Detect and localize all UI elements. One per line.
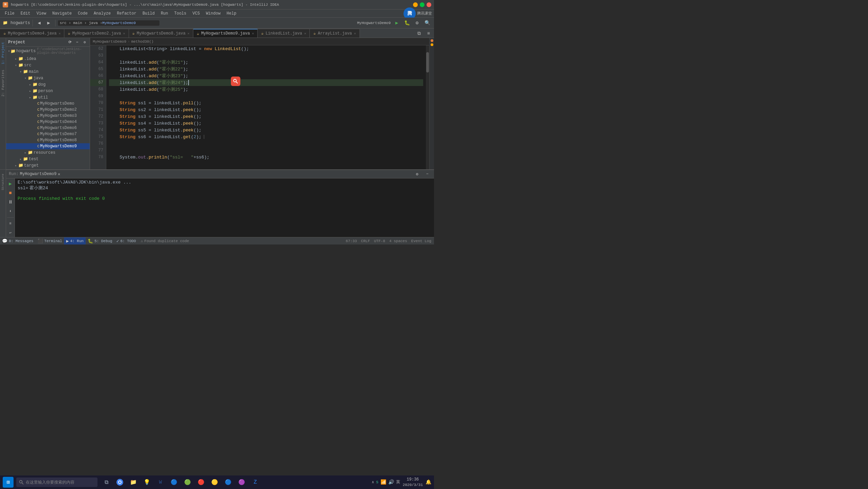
run-config-label[interactable]: MyHogwartsDemo9 xyxy=(20,172,57,176)
tree-item-target[interactable]: ▸ 📁 target xyxy=(6,162,90,169)
run-rerun-button[interactable]: ▶ xyxy=(6,180,15,188)
status-tab-messages[interactable]: 💬 0: Messages xyxy=(0,237,36,245)
run-soft-wrap[interactable]: ↩ xyxy=(6,229,15,237)
status-tab-todo[interactable]: ✓ 6: TODO xyxy=(114,237,138,245)
tree-item-main[interactable]: ▾ 📁 main xyxy=(6,68,90,75)
menu-help[interactable]: Help xyxy=(224,10,239,17)
status-position[interactable]: 67:33 xyxy=(346,239,357,243)
menu-run[interactable]: Run xyxy=(158,10,171,17)
sidebar-collapse-button[interactable]: − xyxy=(74,39,80,45)
tree-item-java[interactable]: ▾ 📁 java xyxy=(6,75,90,81)
tab-ArrayList[interactable]: ☕ ArrayList.java ✕ xyxy=(310,29,360,38)
status-run-label: 4: Run xyxy=(70,239,84,243)
tree-item-person[interactable]: ▸ 📁 person xyxy=(6,88,90,94)
scrollbar-thumb[interactable] xyxy=(426,52,429,72)
tab-close-5[interactable]: ✕ xyxy=(304,31,306,36)
back-button[interactable]: ◀ xyxy=(35,19,43,27)
java-icon-demo2: C xyxy=(37,108,40,112)
code-editor[interactable]: 62 63 64 65 66 67 68 69 70 71 72 73 74 7… xyxy=(90,45,429,169)
run-panel-minimize[interactable]: − xyxy=(423,170,431,178)
tree-item-MyHogwartsDemo6[interactable]: ▸ C MyHogwartsDemo6 xyxy=(6,125,90,131)
tab-close-2[interactable]: ✕ xyxy=(123,31,125,36)
tab-close-3[interactable]: ✕ xyxy=(188,31,190,36)
code-lines[interactable]: LinkedList<String> linkedList = new Link… xyxy=(106,45,426,169)
run-stop-button[interactable]: ■ xyxy=(6,189,15,197)
run-settings-btn[interactable]: ≡ xyxy=(6,220,15,228)
maximize-button[interactable] xyxy=(420,2,425,7)
menu-code[interactable]: Code xyxy=(75,10,90,17)
tree-item-MyHogwartsDemo[interactable]: ▸ C MyHogwartsDemo xyxy=(6,101,90,107)
status-run-icon: ▶ xyxy=(66,238,69,244)
editor-area: MyHogwartsDemo9 › method30() 62 63 64 65… xyxy=(90,38,429,169)
tree-item-MyHogwartsDemo8[interactable]: ▸ C MyHogwartsDemo8 xyxy=(6,137,90,143)
menu-window[interactable]: Window xyxy=(203,10,223,17)
tree-item-dog[interactable]: ▸ 📁 dog xyxy=(6,81,90,88)
tree-item-MyHogwartsDemo9[interactable]: ▸ C MyHogwartsDemo9 xyxy=(6,143,90,149)
status-event-log[interactable]: Event Log xyxy=(411,239,431,243)
window-controls[interactable] xyxy=(413,2,431,7)
tree-item-hogwarts[interactable]: ▾ 📁 hogwarts F:\codeSource\Jenkins-plugi… xyxy=(6,47,90,56)
search-popup[interactable] xyxy=(231,77,240,86)
run-panel-close[interactable]: ✕ xyxy=(58,172,60,177)
menu-refactor[interactable]: Refactor xyxy=(114,10,139,17)
tab-close-4[interactable]: ✕ xyxy=(252,31,254,36)
vertical-scrollbar[interactable] xyxy=(426,45,429,169)
tree-label-main: main xyxy=(29,69,39,74)
tab-LinkedList[interactable]: ☕ LinkedList.java ✕ xyxy=(258,29,310,38)
status-indent[interactable]: 4 spaces xyxy=(389,239,407,243)
tab-MyHogwartsDemo2[interactable]: ☕ MyHogwartsDemo2.java ✕ xyxy=(64,29,129,38)
breadcrumb-sep1: › xyxy=(128,40,130,44)
run-button[interactable]: ▶ xyxy=(393,19,401,27)
menu-edit[interactable]: Edit xyxy=(18,10,33,17)
vtab-structure[interactable]: Structure xyxy=(0,171,6,193)
tree-item-src[interactable]: ▾ 📁 src xyxy=(6,62,90,68)
search-everywhere-button[interactable]: 🔍 xyxy=(423,19,431,27)
nav-buttons: ◀ ▶ xyxy=(35,19,53,27)
vtab-favorites[interactable]: 2: Favorites xyxy=(0,67,6,99)
tab-MyHogwartsDemo4[interactable]: ☕ MyHogwartsDemo4.java ✕ xyxy=(0,29,64,38)
menu-tools[interactable]: Tools xyxy=(172,10,189,17)
menu-file[interactable]: File xyxy=(2,10,17,17)
tree-item-idea[interactable]: ▸ 📁 .idea xyxy=(6,56,90,62)
settings-editor-button[interactable]: ≡ xyxy=(425,29,433,38)
tree-item-MyHogwartsDemo3[interactable]: ▸ C MyHogwartsDemo3 xyxy=(6,113,90,119)
close-button[interactable] xyxy=(427,2,431,7)
status-messages-label: 0: Messages xyxy=(9,239,34,243)
ln-66: 66 xyxy=(90,72,106,79)
menu-vcs[interactable]: VCS xyxy=(190,10,203,17)
status-tab-terminal[interactable]: ⬛ Terminal xyxy=(36,237,64,245)
project-name[interactable]: hogwarts xyxy=(10,21,30,25)
menu-build[interactable]: Build xyxy=(140,10,157,17)
menu-navigate[interactable]: Navigate xyxy=(49,10,74,17)
minimize-button[interactable] xyxy=(413,2,418,7)
status-todo-label: 6: TODO xyxy=(121,239,136,243)
status-tab-run[interactable]: ▶ 4: Run xyxy=(64,237,85,245)
debug-button[interactable]: 🐛 xyxy=(403,19,411,27)
arrow-util: ▸ xyxy=(28,95,32,100)
forward-button[interactable]: ▶ xyxy=(45,19,53,27)
tab-MyHogwartsDemo8[interactable]: ☕ MyHogwartsDemo8.java ✕ xyxy=(129,29,193,38)
menu-analyze[interactable]: Analyze xyxy=(91,10,113,17)
status-tab-debug[interactable]: 🐛 5: Debug xyxy=(86,237,114,245)
sidebar-sync-button[interactable]: ⟳ xyxy=(67,39,73,45)
run-scroll-end[interactable]: ⬇ xyxy=(6,207,15,215)
tree-item-MyHogwartsDemo4[interactable]: ▸ C MyHogwartsDemo4 xyxy=(6,119,90,125)
tree-item-test[interactable]: ▸ 📁 test xyxy=(6,156,90,162)
split-editor-button[interactable]: ⧉ xyxy=(415,29,423,38)
tab-close-1[interactable]: ✕ xyxy=(59,31,61,36)
tab-MyHogwartsDemo9[interactable]: ☕ MyHogwartsDemo9.java ✕ xyxy=(193,29,258,38)
settings-button[interactable]: ⚙ xyxy=(413,19,421,27)
tree-item-MyHogwartsDemo7[interactable]: ▸ C MyHogwartsDemo7 xyxy=(6,131,90,137)
menu-view[interactable]: View xyxy=(34,10,49,17)
vtab-project[interactable]: 1: Project xyxy=(0,39,6,67)
sidebar-settings-button[interactable]: ⚙ xyxy=(82,39,88,45)
toolbar-separator-1 xyxy=(32,20,33,26)
tree-item-util[interactable]: ▸ 📁 util xyxy=(6,94,90,101)
status-line-ending[interactable]: CRLF xyxy=(361,239,370,243)
tree-item-resources[interactable]: ▸ 📁 resources xyxy=(6,149,90,156)
run-panel-settings[interactable]: ⚙ xyxy=(413,170,421,178)
tab-close-6[interactable]: ✕ xyxy=(354,31,356,36)
status-encoding[interactable]: UTF-8 xyxy=(374,239,385,243)
tree-item-MyHogwartsDemo2[interactable]: ▸ C MyHogwartsDemo2 xyxy=(6,107,90,113)
run-pause-button[interactable]: ⏸ xyxy=(6,198,15,206)
